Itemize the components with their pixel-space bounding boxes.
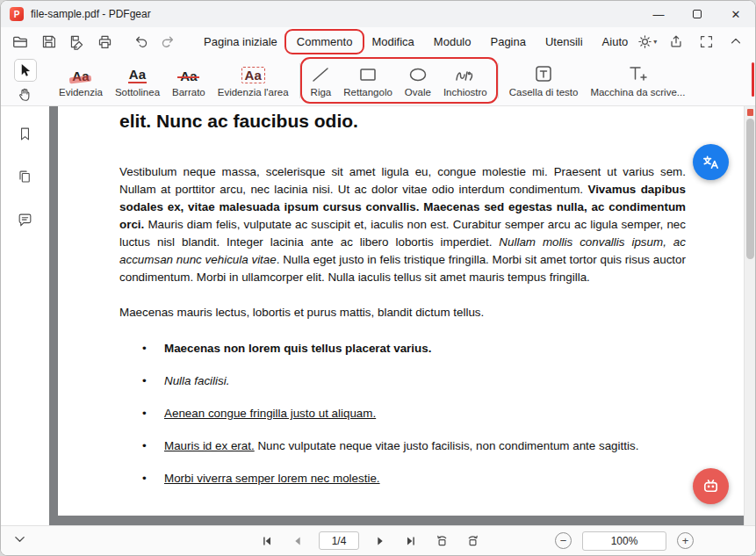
tool-label: Macchina da scrive... <box>590 87 685 97</box>
tab-pagina-iniziale[interactable]: Pagina iniziale <box>194 31 287 53</box>
text-run: Morbi viverra semper lorem nec molestie. <box>164 472 380 485</box>
bullet-dot: • <box>142 404 164 422</box>
tool-sottolinea[interactable]: Aa Sottolinea <box>109 61 166 100</box>
tool-riga[interactable]: Riga <box>305 61 338 100</box>
fullscreen-button[interactable] <box>695 31 716 52</box>
tool-inchiostro[interactable]: Inchiostro <box>437 61 493 100</box>
share-button[interactable] <box>666 31 687 52</box>
collapse-ribbon-button[interactable] <box>725 31 746 52</box>
tab-modulo[interactable]: Modulo <box>424 31 481 53</box>
tool-label: Ovale <box>405 87 431 97</box>
scrollbar-thumb[interactable] <box>746 119 754 259</box>
hand-icon <box>17 86 33 103</box>
hand-tool-button[interactable] <box>14 83 37 105</box>
zoom-level[interactable]: 100% <box>582 531 666 551</box>
tab-utensili[interactable]: Utensili <box>536 31 593 53</box>
undo-redo-group <box>131 31 178 52</box>
redo-button[interactable] <box>157 31 178 52</box>
text-run: Nunc vulputate neque vitae justo facilis… <box>255 439 639 452</box>
comments-panel-button[interactable] <box>17 212 33 232</box>
quick-access-toolbar <box>10 31 115 52</box>
zoom-out-button[interactable]: − <box>555 532 572 549</box>
ribbon-separator <box>299 63 300 98</box>
tab-modifica[interactable]: Modifica <box>362 31 423 53</box>
menu-tabs: Pagina iniziale Commento Modifica Modulo… <box>194 31 637 53</box>
bullet-dot: • <box>142 372 164 390</box>
text-run: elit. Nunc ac faucibus odio. <box>119 111 358 131</box>
doc-bullet: •Aenean congue fringilla justo ut aliqua… <box>142 404 686 422</box>
theme-sun-icon <box>637 34 652 49</box>
translate-button[interactable] <box>693 144 729 180</box>
area-highlight-icon: Aa <box>241 67 265 83</box>
bullet-text: Mauris id ex erat. Nunc vulputate neque … <box>164 437 638 455</box>
save-icon <box>40 33 57 50</box>
redo-icon <box>160 33 176 49</box>
open-file-button[interactable] <box>10 31 31 52</box>
tool-evidenzia-area[interactable]: Aa Evidenzia l'area <box>212 61 295 100</box>
previous-page-button[interactable] <box>288 531 307 551</box>
tab-pagina[interactable]: Pagina <box>480 31 535 53</box>
rotate-right-button[interactable] <box>463 531 482 551</box>
strikethrough-icon: Aa <box>179 69 198 83</box>
print-button[interactable] <box>94 31 115 52</box>
text-run: Maecenas mauris lectus, lobortis et puru… <box>119 306 484 319</box>
last-page-icon <box>404 534 418 548</box>
tab-aiuto[interactable]: Aiuto <box>593 31 638 53</box>
textbox-icon <box>534 64 553 83</box>
tool-casella-di-testo[interactable]: Casella di testo <box>503 61 585 100</box>
bullet-dot: • <box>142 469 164 487</box>
rotate-left-button[interactable] <box>432 531 451 551</box>
minimize-button[interactable]: — <box>639 1 678 27</box>
maximize-button[interactable] <box>678 1 716 27</box>
tool-evidenzia[interactable]: Aa Evidenzia <box>53 61 109 100</box>
tool-rettangolo[interactable]: Rettangolo <box>337 61 399 100</box>
previous-page-icon <box>291 534 305 548</box>
doc-heading: elit. Nunc ac faucibus odio. <box>119 111 686 132</box>
open-folder-icon <box>11 32 29 50</box>
undo-button[interactable] <box>131 31 152 52</box>
page-navigation: 1/4 <box>257 526 482 555</box>
save-as-button[interactable] <box>66 31 87 52</box>
chevron-down-icon <box>13 532 26 545</box>
theme-button[interactable]: ▾ <box>637 34 657 49</box>
save-button[interactable] <box>38 31 59 52</box>
tool-barrato[interactable]: Aa Barrato <box>166 61 212 100</box>
first-page-button[interactable] <box>257 531 277 551</box>
tab-commento[interactable]: Commento <box>287 31 363 53</box>
thumbnails-panel-button[interactable] <box>17 169 33 189</box>
zoom-controls: − 100% + <box>555 526 694 555</box>
text-markup-group: Aa Evidenzia Aa Sottolinea Aa Barrato Aa… <box>53 61 295 100</box>
next-page-button[interactable] <box>371 531 390 551</box>
text-run: Aenean congue fringilla justo ut aliquam… <box>164 407 376 420</box>
save-as-icon <box>68 33 85 50</box>
zoom-in-button[interactable]: + <box>677 532 694 549</box>
doc-bullet: •Maecenas non lorem quis tellus placerat… <box>142 339 686 357</box>
app-logo: P <box>10 7 24 21</box>
page-indicator[interactable]: 1/4 <box>319 531 359 550</box>
select-tool-button[interactable] <box>14 59 37 82</box>
minimize-icon: — <box>653 8 665 21</box>
collapse-sidebar-button[interactable] <box>13 532 26 549</box>
feedback-button[interactable] <box>693 468 729 504</box>
vertical-scrollbar[interactable] <box>744 106 755 525</box>
bullet-text: Aenean congue fringilla justo ut aliquam… <box>164 404 376 422</box>
last-page-button[interactable] <box>401 531 421 551</box>
text-run: Mauris id ex erat. <box>164 439 255 452</box>
scrollbar-annotation-marker <box>747 109 753 116</box>
pdf-page[interactable]: elit. Nunc ac faucibus odio.Vestibulum n… <box>58 106 744 516</box>
text-insert-group: Casella di testo Macchina da scrive... <box>503 61 692 100</box>
tool-ovale[interactable]: Ovale <box>399 61 437 100</box>
doc-p: Maecenas mauris lectus, lobortis et puru… <box>119 304 686 321</box>
tool-label: Rettangolo <box>343 87 392 97</box>
tool-label: Riga <box>311 87 332 97</box>
close-button[interactable]: ✕ <box>716 1 755 27</box>
tab-commento-label: Commento <box>297 35 353 48</box>
doc-bullet: •Morbi viverra semper lorem nec molestie… <box>142 469 686 487</box>
tool-label: Evidenzia l'area <box>218 87 289 97</box>
tool-macchina-da-scrivere[interactable]: Macchina da scrive... <box>584 61 691 100</box>
bookmarks-panel-button[interactable] <box>17 126 33 146</box>
highlight-icon: Aa <box>71 69 90 83</box>
menubar-right-icons: ▾ <box>637 31 746 52</box>
tool-label: Evidenzia <box>59 87 103 97</box>
menubar: Pagina iniziale Commento Modifica Modulo… <box>1 27 755 55</box>
